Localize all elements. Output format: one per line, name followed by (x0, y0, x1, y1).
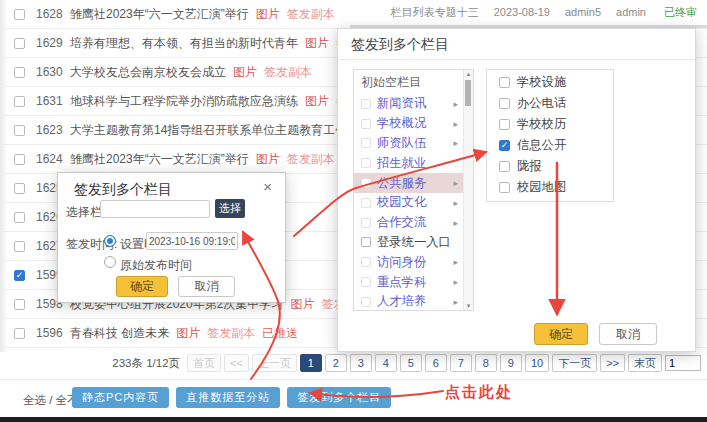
tree-item-checkbox[interactable] (361, 138, 371, 148)
original-time-radio[interactable] (104, 256, 116, 268)
chevron-right-icon: ▸ (453, 119, 458, 129)
ok-button[interactable]: 确定 (534, 323, 588, 345)
row-title-link[interactable]: 大学校友总会南京校友会成立 (70, 64, 226, 81)
next-page-button[interactable]: 下一页 (552, 354, 597, 372)
tree-item[interactable]: 校园文化 ▸ (354, 193, 464, 213)
set-time-input[interactable] (146, 232, 238, 250)
row-title-link[interactable]: 青春科技 创造未来 (70, 325, 169, 342)
page-number-button[interactable]: 6 (425, 354, 447, 372)
set-time-radio[interactable] (104, 235, 116, 247)
sub-column-item[interactable]: 陇报 (487, 156, 613, 177)
cancel-button[interactable]: 取消 (599, 323, 657, 345)
row-checkbox[interactable] (14, 241, 25, 252)
row-checkbox[interactable]: ✓ (14, 270, 25, 281)
tree-item-checkbox[interactable] (361, 119, 371, 129)
tree-item[interactable]: 登录统一入口 (354, 233, 464, 253)
page-number-button[interactable]: 5 (400, 354, 422, 372)
row-title-link[interactable]: 培养有理想、有本领、有担当的新时代青年 (70, 35, 298, 52)
row-tag: 图片 (256, 6, 280, 23)
tree-item-checkbox[interactable] (361, 158, 371, 168)
choose-button[interactable]: 选择 (215, 199, 245, 218)
row-checkbox[interactable] (14, 183, 25, 194)
tree-item[interactable]: 新闻资讯 ▸ (354, 94, 464, 114)
row-tag: 签发副本 (287, 6, 335, 23)
page-number-button[interactable]: 7 (450, 354, 472, 372)
page-number-button[interactable]: 10 (525, 354, 549, 372)
tree-item[interactable]: 招生就业 (354, 153, 464, 173)
row-tag: 图片 (256, 151, 280, 168)
chevron-right-icon: ▸ (453, 277, 458, 287)
fast-prev-button[interactable]: << (224, 354, 249, 372)
page-number-button[interactable]: 8 (475, 354, 497, 372)
toolbar-button[interactable]: 直推数据至分站 (176, 387, 280, 408)
tree-item-label: 登录统一入口 (377, 234, 451, 251)
row-tag: 图片 (305, 35, 329, 52)
page-number-button[interactable]: 1 (300, 354, 322, 372)
chevron-right-icon: ▸ (453, 138, 458, 148)
tree-item-checkbox[interactable] (361, 257, 371, 267)
sub-column-item[interactable]: 学校设施 (487, 72, 613, 93)
tree-item-checkbox[interactable] (361, 297, 371, 307)
tree-item-checkbox[interactable] (361, 277, 371, 287)
sub-item-checkbox[interactable]: ✓ (499, 140, 510, 151)
row-checkbox[interactable] (14, 299, 25, 310)
tree-item-checkbox[interactable] (361, 237, 371, 247)
page-number-button[interactable]: 3 (350, 354, 372, 372)
row-checkbox[interactable] (14, 38, 25, 49)
column-select-input[interactable] (100, 200, 210, 218)
sub-item-checkbox[interactable] (499, 98, 510, 109)
page-jump-input[interactable] (665, 355, 701, 371)
row-checkbox[interactable] (14, 67, 25, 78)
tree-item-label: 学校概况 (377, 115, 426, 132)
fast-next-button[interactable]: >> (600, 354, 625, 372)
tree-item[interactable]: 合作交流 ▸ (354, 213, 464, 233)
scrollbar-thumb[interactable] (465, 80, 471, 106)
sub-column-item[interactable]: 办公电话 (487, 93, 613, 114)
tree-item[interactable]: 访问身份 ▸ (354, 252, 464, 272)
scroll-down-icon[interactable]: ▼ (464, 303, 473, 309)
tree-item-checkbox[interactable] (361, 198, 371, 208)
row-checkbox[interactable] (14, 9, 25, 20)
page-number-button[interactable]: 9 (500, 354, 522, 372)
first-page-button[interactable]: 首页 (187, 354, 221, 372)
last-page-button[interactable]: 末页 (628, 354, 662, 372)
page-number-button[interactable]: 4 (375, 354, 397, 372)
row-title-link[interactable]: 雏鹰社2023年“六一文艺汇演”举行 (70, 6, 249, 23)
row-checkbox[interactable] (14, 96, 25, 107)
row-tag: 图片 (176, 325, 200, 342)
tree-scrollbar[interactable]: ▲ ▼ (463, 70, 473, 310)
sub-column-item[interactable]: 学校校历 (487, 114, 613, 135)
row-checkbox[interactable] (14, 212, 25, 223)
scroll-up-icon[interactable]: ▲ (464, 71, 473, 77)
row-checkbox[interactable] (14, 154, 25, 165)
tree-item[interactable]: 人才培养 ▸ (354, 292, 464, 312)
cancel-button[interactable]: 取消 (178, 276, 235, 297)
ok-button[interactable]: 确定 (116, 276, 168, 297)
close-icon[interactable]: × (263, 179, 272, 194)
row-checkbox[interactable] (14, 328, 25, 339)
prev-page-button[interactable]: 上一页 (252, 354, 297, 372)
tree-item-checkbox[interactable] (361, 218, 371, 228)
tree-item-checkbox[interactable] (361, 99, 371, 109)
row-id: 1623 (36, 123, 70, 137)
toolbar-button[interactable]: 签发到多个栏目 (287, 387, 391, 408)
tree-item-label: 合作交流 (377, 214, 426, 231)
tree-item[interactable]: 师资队伍 ▸ (354, 134, 464, 154)
sub-column-item[interactable]: 校园地图 (487, 177, 613, 198)
page-number-button[interactable]: 2 (325, 354, 347, 372)
row-title-link[interactable]: 雏鹰社2023年“六一文艺汇演”举行 (70, 151, 249, 168)
tree-item[interactable]: 重点学科 ▸ (354, 272, 464, 292)
sub-item-checkbox[interactable] (499, 161, 510, 172)
tree-item-label: 公共服务 (377, 175, 426, 192)
row-title-link[interactable]: 地球科学与工程学院举办消防疏散应急演练 (70, 93, 298, 110)
sub-item-checkbox[interactable] (499, 77, 510, 88)
row-id: 1624 (36, 152, 70, 166)
row-checkbox[interactable] (14, 125, 25, 136)
tree-item-checkbox[interactable] (361, 178, 371, 188)
sub-item-checkbox[interactable] (499, 182, 510, 193)
sub-column-item[interactable]: ✓ 信息公开 (487, 135, 613, 156)
tree-item[interactable]: 学校概况 ▸ (354, 114, 464, 134)
sub-item-checkbox[interactable] (499, 119, 510, 130)
toolbar-button[interactable]: 静态PC内容页 (72, 387, 169, 408)
tree-item[interactable]: 公共服务 ▸ (354, 173, 464, 193)
